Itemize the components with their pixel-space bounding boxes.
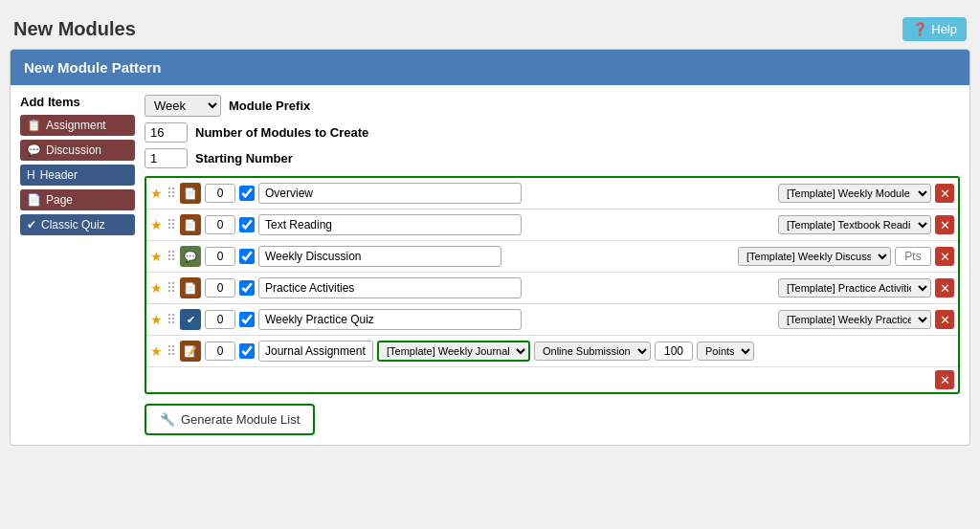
main-card: New Module Pattern Add Items 📋 Assignmen… <box>10 49 970 446</box>
item-name-input[interactable] <box>258 341 373 362</box>
pts-input[interactable] <box>205 247 235 266</box>
header-icon: H <box>27 168 35 182</box>
prefix-select[interactable]: Week Module Unit <box>145 95 221 117</box>
starting-number-label: Starting Number <box>195 151 293 165</box>
module-row: ★ ⠿ 📄 [Template] Practice Activities ✕ <box>146 273 958 304</box>
module-row: ★ ⠿ ✔ [Template] Weekly Practice Q ✕ <box>146 304 958 336</box>
module-rows-container: ★ ⠿ 📄 [Template] Weekly Module Ov ✕ ★ ⠿ <box>145 176 960 394</box>
submission-type-select[interactable]: Online Submission <box>534 342 651 361</box>
points-type-select[interactable]: Points <box>697 342 754 361</box>
template-select[interactable]: [Template] Weekly Module Ov <box>778 184 931 203</box>
module-row: ★ ⠿ 📄 [Template] Weekly Module Ov ✕ <box>146 178 958 209</box>
item-type-icon-page: 📄 <box>180 183 201 204</box>
card-header: New Module Pattern <box>11 50 969 85</box>
pts-input[interactable] <box>205 184 235 203</box>
drag-handle[interactable]: ⠿ <box>167 186 176 201</box>
wrench-icon: 🔧 <box>160 412 175 427</box>
visible-checkbox[interactable] <box>239 280 255 296</box>
page-title: New Modules <box>13 18 136 40</box>
visible-checkbox[interactable] <box>239 343 255 359</box>
star-icon[interactable]: ★ <box>150 217 163 232</box>
question-icon: ❓ <box>912 22 927 36</box>
star-icon[interactable]: ★ <box>150 249 163 264</box>
item-name-input[interactable] <box>258 214 522 235</box>
star-icon[interactable]: ★ <box>150 343 163 359</box>
card-body: Add Items 📋 Assignment 💬 Discussion H He… <box>11 85 969 445</box>
template-select[interactable]: [Template] Weekly Discussior <box>738 247 891 266</box>
visible-checkbox[interactable] <box>239 249 255 264</box>
star-icon[interactable]: ★ <box>150 280 163 296</box>
add-discussion-button[interactable]: 💬 Discussion <box>20 140 135 161</box>
item-type-icon-page: 📄 <box>180 214 201 235</box>
starting-number-input[interactable] <box>145 148 188 168</box>
content-area: Week Module Unit Module Prefix Number of… <box>145 95 960 435</box>
last-row-delete-area: ✕ <box>146 367 958 392</box>
page-header: New Modules ❓ Help <box>10 10 970 49</box>
pts-input[interactable] <box>205 310 235 329</box>
visible-checkbox[interactable] <box>239 186 255 201</box>
template-select[interactable]: [Template] Textbook Reading: <box>778 215 931 234</box>
quiz-icon: ✔ <box>27 218 36 231</box>
item-name-input[interactable] <box>258 246 501 267</box>
sidebar: Add Items 📋 Assignment 💬 Discussion H He… <box>20 95 135 435</box>
pts-input[interactable] <box>205 278 235 298</box>
num-modules-input[interactable] <box>145 122 188 143</box>
delete-button[interactable]: ✕ <box>935 215 954 234</box>
help-button[interactable]: ❓ Help <box>902 17 967 41</box>
card-title: New Module Pattern <box>24 59 161 76</box>
journal-row-group: ★ ⠿ 📝 [Template] Weekly Journal As Onlin… <box>146 336 958 392</box>
template-select[interactable]: [Template] Weekly Practice Q <box>778 310 931 329</box>
delete-button[interactable]: ✕ <box>935 310 954 329</box>
prefix-label: Module Prefix <box>229 99 310 113</box>
template-select-green[interactable]: [Template] Weekly Journal As <box>377 341 530 362</box>
discussion-icon: 💬 <box>27 143 41 157</box>
delete-button[interactable]: ✕ <box>935 247 954 266</box>
pts-input[interactable] <box>205 215 235 234</box>
module-row: ★ ⠿ 📄 [Template] Textbook Reading: ✕ <box>146 209 958 241</box>
add-assignment-button[interactable]: 📋 Assignment <box>20 115 135 136</box>
item-name-input[interactable] <box>258 183 522 204</box>
drag-handle[interactable]: ⠿ <box>167 343 176 359</box>
drag-handle[interactable]: ⠿ <box>167 249 176 264</box>
drag-handle[interactable]: ⠿ <box>167 312 176 327</box>
delete-button[interactable]: ✕ <box>935 184 954 203</box>
visible-checkbox[interactable] <box>239 312 255 327</box>
item-name-input[interactable] <box>258 309 522 330</box>
item-type-icon-journal: 📝 <box>180 341 201 362</box>
generate-module-list-button[interactable]: 🔧 Generate Module List <box>145 404 315 435</box>
module-row: ★ ⠿ 📝 [Template] Weekly Journal As Onlin… <box>146 336 958 367</box>
item-type-icon-quiz: ✔ <box>180 309 201 330</box>
add-quiz-button[interactable]: ✔ Classic Quiz <box>20 214 135 235</box>
pts-input[interactable] <box>205 342 235 361</box>
item-type-icon-page: 📄 <box>180 277 201 298</box>
page-icon: 📄 <box>27 193 41 207</box>
item-type-icon-discussion: 💬 <box>180 246 201 267</box>
pts-field[interactable] <box>895 247 931 266</box>
module-row: ★ ⠿ 💬 [Template] Weekly Discussior ✕ <box>146 241 958 273</box>
pts-value-input[interactable] <box>655 342 693 361</box>
add-header-button[interactable]: H Header <box>20 165 135 186</box>
item-name-input[interactable] <box>258 277 522 298</box>
num-modules-label: Number of Modules to Create <box>195 125 368 140</box>
visible-checkbox[interactable] <box>239 217 255 232</box>
num-modules-row: Number of Modules to Create <box>145 122 960 143</box>
sidebar-title: Add Items <box>20 95 135 109</box>
drag-handle[interactable]: ⠿ <box>167 217 176 232</box>
star-icon[interactable]: ★ <box>150 312 163 327</box>
template-select[interactable]: [Template] Practice Activities <box>778 278 931 298</box>
delete-button[interactable]: ✕ <box>935 278 954 298</box>
assignment-icon: 📋 <box>27 119 41 132</box>
drag-handle[interactable]: ⠿ <box>167 280 176 296</box>
star-icon[interactable]: ★ <box>150 186 163 201</box>
prefix-row: Week Module Unit Module Prefix <box>145 95 960 117</box>
starting-number-row: Starting Number <box>145 148 960 168</box>
delete-button[interactable]: ✕ <box>935 370 954 389</box>
add-page-button[interactable]: 📄 Page <box>20 189 135 210</box>
